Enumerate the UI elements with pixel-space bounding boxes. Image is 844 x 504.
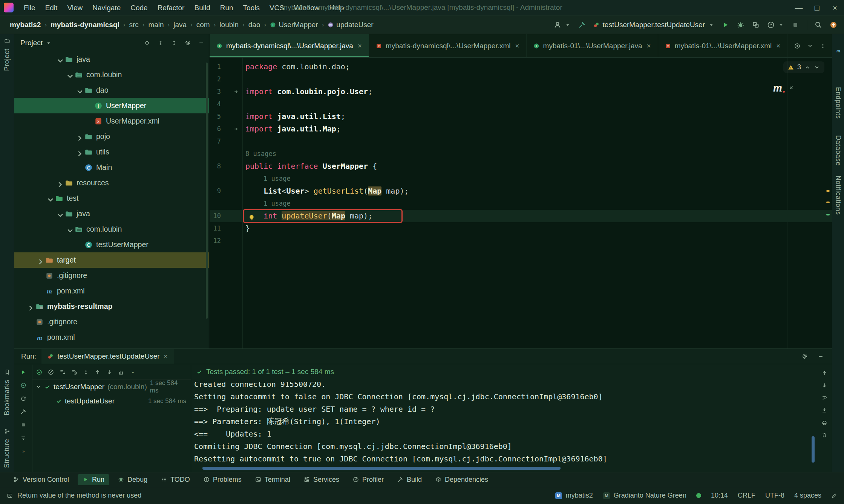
chevron-down-icon[interactable] — [46, 40, 52, 46]
stripe-notifications[interactable]: Notifications — [832, 176, 844, 215]
tree-item--gitignore[interactable]: .gitignore — [14, 268, 209, 283]
chevron-right-icon[interactable] — [56, 180, 65, 186]
stripe-endpoints[interactable]: Endpoints — [832, 87, 844, 119]
stripe-structure[interactable]: Structure — [0, 428, 14, 468]
chevron-down-icon[interactable] — [46, 195, 55, 202]
toolwindow-button-profiler[interactable]: Profiler — [348, 474, 389, 485]
toolwindow-button-version-control[interactable]: Version Control — [8, 474, 74, 485]
tree-item-target[interactable]: target — [14, 252, 209, 268]
mybatis-float-widget[interactable]: m — [773, 81, 794, 95]
play-icon[interactable] — [722, 21, 729, 29]
editor-tab[interactable]: xmybatis-dynamicsql\...\UserMapper.xml× — [369, 34, 527, 57]
chev-down-icon[interactable] — [807, 43, 813, 49]
warning-stripe-mark[interactable] — [826, 202, 830, 203]
breadcrumb-item-updateuser[interactable]: mupdateUser — [328, 21, 373, 29]
toolwindow-button-problems[interactable]: Problems — [199, 474, 247, 485]
passed-filter-icon[interactable] — [36, 369, 42, 375]
caret-stripe-mark[interactable] — [826, 214, 830, 215]
coverage-circle-icon[interactable] — [794, 43, 800, 49]
refresh-icon[interactable] — [20, 396, 26, 402]
tree-item-usermapper-xml[interactable]: xUserMapper.xml — [14, 113, 209, 129]
run-tab[interactable]: testUserMapper.testUpdateUser × — [41, 349, 174, 364]
usages-inlay-hint[interactable]: 1 usage — [210, 197, 832, 210]
gear-icon[interactable] — [802, 353, 808, 359]
tree-item-main[interactable]: CMain — [14, 160, 209, 175]
tree-item-pom-xml[interactable]: mpom.xml — [14, 283, 209, 299]
close-icon[interactable]: × — [164, 352, 168, 360]
tree-item--gitignore[interactable]: .gitignore — [14, 314, 209, 330]
toolwindow-button-run[interactable]: Run — [78, 474, 109, 485]
hammer-build-icon[interactable] — [578, 21, 586, 29]
menu-navigate[interactable]: Navigate — [87, 0, 126, 15]
arrow-down-icon[interactable] — [821, 382, 827, 388]
arrow-up-icon[interactable] — [95, 369, 101, 375]
warning-stripe-mark[interactable] — [826, 190, 830, 192]
toolwindow-button-todo[interactable]: TODO — [156, 474, 195, 485]
menu-build[interactable]: Build — [189, 0, 215, 15]
chevron-right-icon[interactable] — [75, 149, 84, 155]
menu-view[interactable]: View — [62, 0, 87, 15]
breadcrumb-item-dao[interactable]: dao — [248, 21, 260, 29]
console-vertical-scrollbar[interactable] — [812, 436, 815, 463]
chevron-down-icon[interactable] — [814, 64, 820, 70]
toolwindow-button-build[interactable]: Build — [392, 474, 427, 485]
write-access-icon[interactable] — [831, 493, 837, 499]
stripe-database[interactable]: Database — [832, 135, 844, 166]
encoding-widget[interactable]: UTF-8 — [765, 492, 784, 499]
collapse-all-icon[interactable] — [171, 40, 177, 46]
mybatis-m-icon[interactable]: m — [773, 81, 782, 95]
more-icon[interactable]: » — [20, 448, 26, 454]
mapper-nav-icon[interactable] — [233, 89, 239, 95]
mapper-nav-icon[interactable] — [233, 126, 239, 132]
chevron-down-icon[interactable] — [56, 211, 65, 217]
arrow-up-icon[interactable] — [821, 370, 827, 376]
breadcrumb-item-java[interactable]: java — [173, 21, 187, 29]
editor-tab[interactable]: Imybatis-01\...\UserMapper.java× — [527, 34, 658, 57]
toolwindow-button-terminal[interactable]: Terminal — [250, 474, 295, 485]
tree-item-test[interactable]: test — [14, 191, 209, 206]
project-widget[interactable]: M mybatis2 — [555, 492, 593, 499]
chevron-right-icon[interactable] — [36, 257, 45, 263]
project-scrollbar[interactable] — [206, 63, 208, 319]
test-tree-item[interactable]: testUpdateUser1 sec 584 ms — [32, 394, 191, 408]
editor-tab[interactable]: xmybatis-01\...\UserMapper.xml× — [658, 34, 788, 57]
chevron-right-icon[interactable] — [26, 304, 35, 310]
chevron-right-icon[interactable] — [75, 134, 84, 140]
close-tab-icon[interactable]: × — [358, 42, 362, 50]
update-icon[interactable] — [830, 21, 837, 29]
debug-bug-icon[interactable] — [737, 21, 744, 29]
menu-file[interactable]: File — [19, 0, 40, 15]
breadcrumb-item-mybatis2[interactable]: mybatis2 — [10, 21, 41, 29]
tree-item-testusermapper[interactable]: CtestUserMapper — [14, 237, 209, 252]
scroll-end-icon[interactable] — [821, 407, 827, 413]
rerun-failed-icon[interactable] — [20, 382, 26, 388]
history-icon[interactable] — [118, 369, 124, 375]
filter-icon[interactable] — [20, 435, 26, 441]
expand-all-icon[interactable] — [158, 40, 164, 46]
breadcrumb-item-src[interactable]: src — [129, 21, 138, 29]
stripe-maven[interactable]: m — [832, 48, 844, 54]
rerun-icon[interactable] — [20, 369, 26, 375]
tree-item-utils[interactable]: utils — [14, 144, 209, 160]
line-ending-widget[interactable]: CRLF — [738, 492, 755, 499]
hide-icon[interactable] — [818, 353, 824, 359]
menu-refactor[interactable]: Refactor — [153, 0, 190, 15]
close-tab-icon[interactable]: × — [776, 42, 780, 50]
locate-icon[interactable] — [144, 40, 150, 46]
toolwindow-button-dependencies[interactable]: Dependencies — [430, 474, 493, 485]
sort-alpha-icon[interactable] — [60, 369, 66, 375]
sort-duration-icon[interactable] — [71, 369, 77, 375]
minimize-button[interactable]: — — [790, 0, 808, 15]
tree-item-com-loubin[interactable]: com.loubin — [14, 67, 209, 82]
tree-item-java[interactable]: java — [14, 52, 209, 67]
close-tab-icon[interactable]: × — [515, 42, 519, 50]
chevron-down-icon[interactable] — [66, 72, 75, 78]
inspections-widget[interactable]: 3 — [783, 61, 824, 73]
tree-item-java[interactable]: java — [14, 206, 209, 221]
run-configuration-selector[interactable]: testUserMapper.testUpdateUser — [593, 21, 714, 29]
build-icon[interactable] — [20, 409, 26, 415]
tree-item-resources[interactable]: resources — [14, 175, 209, 191]
indent-widget[interactable]: 4 spaces — [794, 492, 821, 499]
chevron-down-icon[interactable] — [75, 87, 84, 93]
menu-run[interactable]: Run — [215, 0, 238, 15]
